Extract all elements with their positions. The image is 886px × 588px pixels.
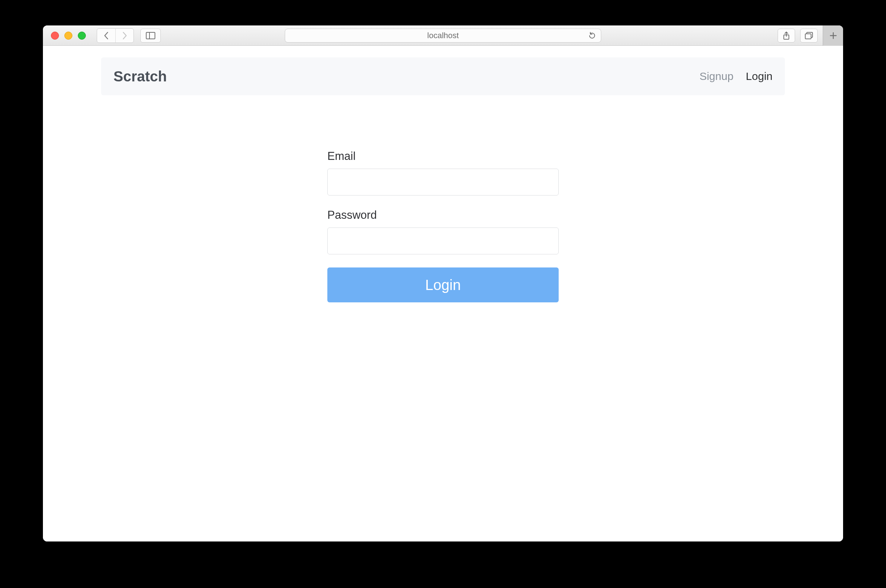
back-button[interactable] <box>97 29 115 42</box>
reload-icon <box>588 32 596 40</box>
history-nav <box>97 28 134 43</box>
new-tab-button[interactable] <box>823 26 843 46</box>
tabs-overview-button[interactable] <box>800 29 818 42</box>
svg-rect-3 <box>805 34 811 39</box>
browser-titlebar: localhost <box>43 26 843 46</box>
page-content: Scratch Signup Login Email Password Logi… <box>43 46 843 542</box>
fullscreen-window-button[interactable] <box>78 32 86 40</box>
sidebar-icon <box>146 32 155 39</box>
window-controls <box>51 32 86 40</box>
forward-button[interactable] <box>115 29 134 42</box>
password-field-group: Password <box>327 208 559 254</box>
address-bar[interactable]: localhost <box>285 29 601 42</box>
reload-button[interactable] <box>588 32 596 40</box>
nav-links: Signup Login <box>699 70 773 82</box>
titlebar-right <box>778 26 843 46</box>
email-label: Email <box>327 150 559 163</box>
chevron-right-icon <box>122 32 128 40</box>
share-button[interactable] <box>778 29 795 42</box>
address-bar-text: localhost <box>427 31 459 40</box>
close-window-button[interactable] <box>51 32 59 40</box>
share-icon <box>783 31 790 40</box>
brand-title[interactable]: Scratch <box>113 68 167 85</box>
svg-rect-0 <box>146 32 155 39</box>
login-button[interactable]: Login <box>327 267 559 302</box>
sidebar-toggle-button[interactable] <box>140 29 161 42</box>
password-input[interactable] <box>327 228 559 254</box>
password-label: Password <box>327 208 559 222</box>
email-input[interactable] <box>327 169 559 195</box>
email-field-group: Email <box>327 150 559 195</box>
minimize-window-button[interactable] <box>65 32 72 40</box>
chevron-left-icon <box>103 32 109 40</box>
browser-window: localhost <box>43 26 843 542</box>
app-navbar: Scratch Signup Login <box>101 57 785 95</box>
plus-icon <box>829 32 837 40</box>
login-form: Email Password Login <box>327 150 559 302</box>
login-link[interactable]: Login <box>746 70 773 82</box>
tabs-icon <box>805 32 813 40</box>
signup-link[interactable]: Signup <box>699 70 733 82</box>
